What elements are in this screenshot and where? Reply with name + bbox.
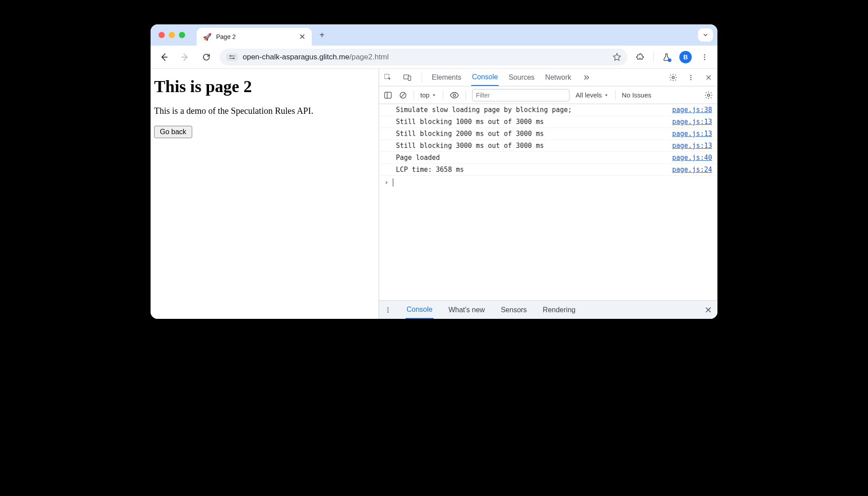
notification-dot-icon [668, 58, 671, 62]
console-settings-button[interactable] [704, 91, 713, 100]
console-output: Simulate slow loading page by blocking p… [379, 104, 717, 300]
devices-icon [403, 73, 412, 82]
svg-point-18 [388, 311, 389, 313]
svg-point-2 [704, 54, 705, 55]
address-bar[interactable]: open-chalk-asparagus.glitch.me/page2.htm… [220, 49, 628, 66]
go-back-button[interactable]: Go back [154, 126, 192, 138]
gear-icon [704, 91, 713, 100]
tab-network[interactable]: Network [544, 70, 572, 85]
site-settings-icon[interactable] [226, 53, 238, 61]
star-icon [612, 53, 621, 62]
live-expression-button[interactable] [450, 90, 459, 100]
console-filter-input[interactable] [472, 89, 570, 101]
close-drawer-button[interactable]: ✕ [705, 305, 712, 315]
log-source-link[interactable]: page.js:38 [672, 106, 712, 114]
drawer-tab-console[interactable]: Console [406, 301, 434, 319]
context-label: top [420, 91, 430, 99]
chevron-right-icon: › [384, 178, 388, 186]
close-window-button[interactable] [159, 32, 165, 38]
more-tabs-button[interactable] [581, 74, 592, 81]
svg-point-8 [672, 76, 674, 78]
console-log-row: Page loadedpage.js:40 [379, 152, 717, 164]
drawer-tab-whats-new[interactable]: What's new [448, 302, 486, 318]
log-source-link[interactable]: page.js:13 [672, 118, 712, 126]
svg-point-9 [690, 75, 692, 76]
bookmark-button[interactable] [612, 53, 621, 62]
profile-avatar[interactable]: B [679, 51, 692, 63]
new-tab-button[interactable]: + [315, 28, 329, 42]
svg-point-11 [690, 79, 692, 80]
avatar-initial: B [683, 54, 688, 61]
tab-strip: 🚀 Page 2 ✕ + [151, 24, 717, 46]
toggle-sidebar-button[interactable] [384, 91, 392, 100]
svg-point-15 [708, 94, 710, 96]
context-selector[interactable]: top [420, 91, 437, 99]
double-chevron-right-icon [582, 74, 590, 81]
console-prompt[interactable]: › [379, 176, 717, 189]
svg-point-14 [453, 94, 456, 97]
log-message: Still blocking 1000 ms out of 3000 ms [396, 118, 672, 126]
svg-rect-7 [408, 76, 411, 80]
back-button[interactable] [156, 49, 172, 65]
inspect-element-button[interactable] [383, 73, 393, 82]
log-message: Page loaded [396, 154, 672, 162]
labs-button[interactable] [659, 50, 674, 65]
content-area: This is page 2 This is a demo of the Spe… [151, 69, 717, 319]
minimize-window-button[interactable] [169, 32, 175, 38]
forward-button[interactable] [177, 49, 193, 65]
divider [443, 90, 443, 100]
reload-icon [202, 53, 211, 62]
divider [465, 90, 466, 100]
clear-console-button[interactable] [399, 91, 407, 100]
divider [615, 90, 616, 100]
log-levels-selector[interactable]: All levels [576, 91, 609, 99]
close-tab-button[interactable]: ✕ [299, 32, 306, 42]
svg-point-16 [388, 307, 389, 309]
tab-sources[interactable]: Sources [508, 70, 535, 85]
log-source-link[interactable]: page.js:40 [672, 154, 712, 162]
tab-overflow-button[interactable] [698, 28, 713, 42]
eye-icon [450, 90, 459, 100]
devtools-menu-button[interactable] [686, 74, 696, 81]
svg-point-17 [388, 309, 389, 310]
drawer-tab-rendering[interactable]: Rendering [542, 302, 577, 318]
chevron-down-icon [702, 32, 709, 38]
log-source-link[interactable]: page.js:13 [672, 142, 712, 150]
page-heading: This is page 2 [154, 77, 375, 96]
devtools-panel: Elements Console Sources Network [379, 69, 717, 319]
reload-button[interactable] [198, 49, 214, 65]
device-toolbar-button[interactable] [402, 73, 413, 82]
devtools-settings-button[interactable] [668, 73, 678, 82]
divider [414, 90, 414, 100]
log-message: Still blocking 3000 ms out of 3000 ms [396, 142, 672, 150]
drawer-tab-sensors[interactable]: Sensors [500, 302, 528, 318]
window-controls [159, 32, 185, 38]
browser-menu-button[interactable] [697, 50, 712, 65]
log-source-link[interactable]: page.js:24 [672, 166, 712, 174]
tab-console[interactable]: Console [471, 69, 499, 86]
url-path: /page2.html [349, 53, 389, 61]
puzzle-icon [636, 53, 645, 62]
tune-icon [229, 54, 236, 60]
tab-elements[interactable]: Elements [431, 70, 462, 85]
log-source-link[interactable]: page.js:13 [672, 130, 712, 138]
drawer-menu-button[interactable] [384, 306, 391, 314]
svg-point-3 [704, 56, 705, 58]
issues-label[interactable]: No Issues [622, 91, 651, 99]
log-message: Still blocking 2000 ms out of 3000 ms [396, 130, 672, 138]
triangle-down-icon [604, 93, 609, 98]
console-log-row: Still blocking 3000 ms out of 3000 mspag… [379, 140, 717, 152]
levels-label: All levels [576, 91, 602, 99]
log-message: Simulate slow loading page by blocking p… [396, 106, 672, 114]
close-devtools-button[interactable] [703, 74, 714, 81]
log-message: LCP time: 3658 ms [396, 166, 672, 174]
devtools-drawer: Console What's new Sensors Rendering ✕ [379, 300, 717, 319]
url-host: open-chalk-asparagus.glitch.me [243, 53, 349, 61]
svg-point-1 [233, 58, 234, 59]
maximize-window-button[interactable] [179, 32, 185, 38]
close-icon [705, 74, 712, 81]
url-text: open-chalk-asparagus.glitch.me/page2.htm… [243, 53, 389, 62]
extensions-button[interactable] [633, 50, 648, 65]
arrow-left-icon [159, 52, 169, 62]
browser-tab[interactable]: 🚀 Page 2 ✕ [197, 28, 312, 46]
